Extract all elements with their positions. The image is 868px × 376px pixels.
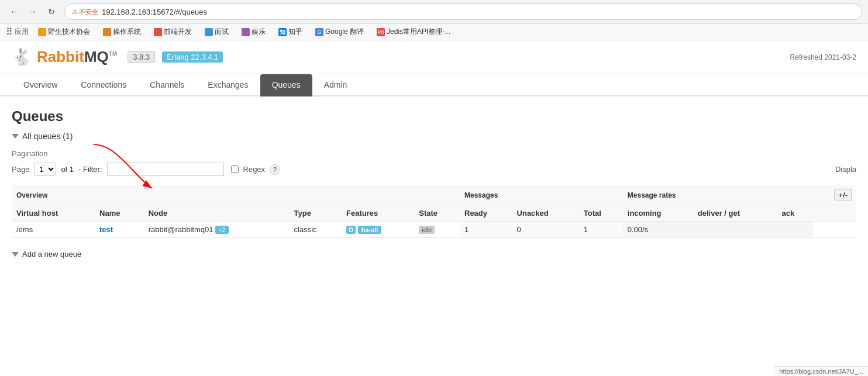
cell-ready: 1 (460, 222, 512, 238)
rates-group-header: Message rates (623, 185, 813, 205)
cell-total: 1 (579, 222, 623, 238)
col-incoming: incoming (623, 205, 693, 222)
table-row: /ems test rabbit@rabbitmq01 +2 classic D… (12, 222, 856, 238)
main-content: Queues All queues (1) Pagination Page 1 … (0, 96, 868, 270)
of-label: of 1 (61, 165, 74, 174)
feature-d-badge: D (346, 226, 356, 234)
cell-deliver-get (693, 222, 777, 238)
cell-virtual-host: /ems (12, 222, 95, 238)
queue-name-link[interactable]: test (99, 225, 113, 234)
regex-label: Regex (243, 165, 266, 174)
cell-unacked: 0 (512, 222, 579, 238)
refresh-button[interactable]: ↻ (43, 4, 60, 20)
forward-button[interactable]: → (25, 4, 41, 20)
cell-features: D ha-all (342, 222, 414, 238)
bookmark-mianshi[interactable]: 面试 (201, 26, 232, 38)
section-title: All queues (1) (22, 132, 73, 141)
add-queue-expand-icon (12, 252, 19, 257)
logo-text: RabbitMQTM (37, 48, 117, 66)
cell-state: idle (414, 222, 460, 238)
messages-group-header: Messages (460, 185, 623, 205)
url-text: 192.168.2.163:15672/#/queues (102, 8, 207, 16)
bookmarks-bar: ⠿ 应用 野生技术协会 操作系统 前端开发 面试 娱乐 知 知乎 G Googl… (0, 24, 868, 40)
app-header: 🐇 RabbitMQTM 3.8.3 Erlang 22.3.4.1 Refre… (0, 40, 868, 74)
page-title: Queues (12, 108, 856, 125)
nav-tabs: Overview Connections Channels Exchanges … (0, 74, 868, 96)
tab-admin[interactable]: Admin (312, 74, 359, 96)
pagination-controls: Page 1 of 1 - Filter: Regex ? Displa (12, 163, 856, 176)
plus-minus-button[interactable]: +/- (834, 189, 852, 201)
regex-checkbox[interactable] (231, 165, 239, 173)
app-container: 🐇 RabbitMQTM 3.8.3 Erlang 22.3.4.1 Refre… (0, 40, 868, 368)
node-extra-badge: +2 (215, 226, 229, 234)
bookmark-zhihu[interactable]: 知 知乎 (275, 26, 306, 38)
cell-node: rabbit@rabbitmq01 +2 (144, 222, 290, 238)
address-bar[interactable]: ⚠ 不安全 192.168.2.163:15672/#/queues (64, 4, 862, 20)
browser-navigation: ← → ↻ (6, 4, 60, 20)
display-button[interactable]: Displa (835, 165, 856, 174)
col-ack: ack (777, 205, 812, 222)
tab-exchanges[interactable]: Exchanges (196, 74, 260, 96)
col-virtual-host: Virtual host (12, 205, 95, 222)
filter-input[interactable] (107, 163, 224, 176)
bookmark-yesheng[interactable]: 野生技术协会 (35, 26, 94, 38)
col-total: Total (579, 205, 623, 222)
col-ready: Ready (460, 205, 512, 222)
col-type: Type (290, 205, 342, 222)
bookmark-google-translate[interactable]: G Google 翻译 (312, 26, 367, 38)
page-label: Page (12, 165, 29, 174)
state-idle-badge: idle (419, 226, 435, 234)
refreshed-text: Refreshed 2021-03-2 (790, 53, 856, 61)
filter-label: - Filter: (78, 165, 102, 174)
logo-area: 🐇 RabbitMQTM 3.8.3 Erlang 22.3.4.1 (12, 47, 223, 67)
col-features: Features (342, 205, 414, 222)
cell-incoming: 0.00/s (623, 222, 693, 238)
insecure-icon: ⚠ 不安全 (72, 8, 98, 16)
all-queues-section-header[interactable]: All queues (1) (12, 132, 856, 141)
bookmark-jedis[interactable]: P8 Jedis常用API整理-... (373, 26, 454, 38)
tab-overview[interactable]: Overview (12, 74, 69, 96)
back-button[interactable]: ← (6, 4, 22, 20)
pagination-label: Pagination (12, 149, 856, 158)
tab-queues[interactable]: Queues (260, 74, 312, 96)
col-name: Name (95, 205, 144, 222)
version-badge: 3.8.3 (128, 51, 155, 63)
rabbit-icon: 🐇 (12, 47, 32, 67)
feature-ha-badge: ha-all (358, 226, 382, 234)
tab-connections[interactable]: Connections (69, 74, 138, 96)
tab-channels[interactable]: Channels (138, 74, 196, 96)
overview-group-header: Overview (12, 185, 460, 205)
cell-name: test (95, 222, 144, 238)
queue-table: Overview Messages Message rates +/- Virt… (12, 185, 856, 238)
bookmark-qianduan[interactable]: 前端开发 (150, 26, 195, 38)
col-deliver-get: deliver / get (693, 205, 777, 222)
apps-button[interactable]: ⠿ 应用 (6, 26, 29, 37)
col-state: State (414, 205, 460, 222)
erlang-badge: Erlang 22.3.4.1 (162, 51, 223, 63)
collapse-icon (12, 134, 19, 139)
col-unacked: Unacked (512, 205, 579, 222)
add-queue-label: Add a new queue (22, 250, 81, 258)
pagination-section: Pagination Page 1 of 1 - Filter: Regex ?… (12, 149, 856, 176)
status-bar: https://blog.csdn.net/JA7U_... (774, 366, 868, 368)
help-button[interactable]: ? (270, 164, 280, 175)
add-queue-section[interactable]: Add a new queue (12, 250, 856, 258)
bookmark-yule[interactable]: 娱乐 (238, 26, 269, 38)
browser-chrome: ← → ↻ ⚠ 不安全 192.168.2.163:15672/#/queues (0, 0, 868, 24)
cell-ack (777, 222, 812, 238)
col-node: Node (144, 205, 290, 222)
bookmark-caozuoxitong[interactable]: 操作系统 (99, 26, 144, 38)
cell-type: classic (290, 222, 342, 238)
page-select[interactable]: 1 (34, 163, 56, 176)
